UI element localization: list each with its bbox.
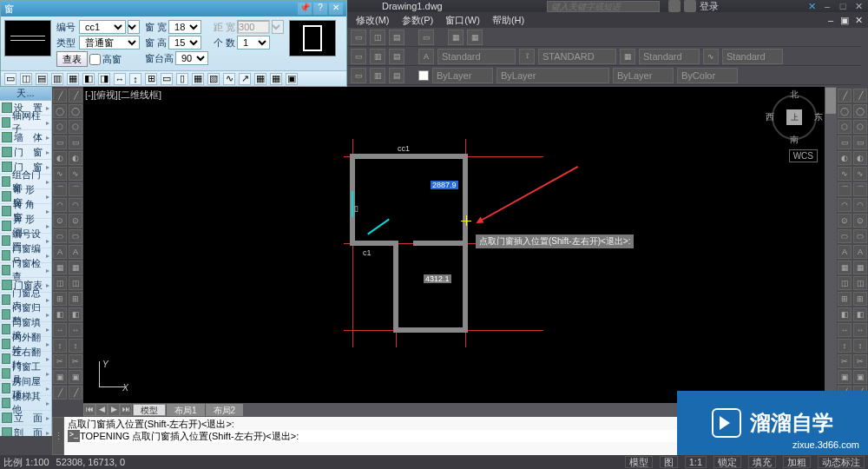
plotstyle-select[interactable]: ByColor — [677, 68, 738, 83]
dialog-close-button[interactable]: ✕ — [329, 3, 343, 15]
vs1-btn-16[interactable]: ↕ — [53, 339, 67, 353]
status-coords[interactable]: 52308, 16713, 0 — [56, 457, 126, 467]
vs1-btn-13[interactable]: ⊞ — [53, 292, 67, 306]
vs3-btn-15[interactable]: ↔ — [853, 323, 867, 337]
vs4-btn-3[interactable]: ▭ — [838, 135, 852, 149]
sill-height-select[interactable]: 900 — [175, 51, 208, 65]
compass-e[interactable]: 东 — [814, 111, 823, 123]
rbtn-a3[interactable]: ▤ — [389, 30, 404, 45]
toolbox-item-1[interactable]: 轴网柱子▸ — [0, 116, 51, 130]
vs1-btn-12[interactable]: ◫ — [53, 276, 67, 290]
status-bold[interactable]: 加粗 — [783, 456, 811, 468]
tab-nav-last[interactable]: ⏭ — [120, 404, 132, 416]
login-label[interactable]: 登录 — [700, 0, 719, 13]
rbtn-c3[interactable]: ▤ — [389, 68, 404, 83]
close-button[interactable]: ✕ — [852, 1, 865, 11]
linetype-select[interactable]: ByLayer — [496, 68, 609, 83]
help-icon[interactable]: ? — [313, 3, 327, 15]
viewcube-top[interactable]: 上 — [786, 109, 802, 125]
vs1-btn-9[interactable]: ⬭ — [53, 229, 67, 243]
vs2-btn-18[interactable]: ▣ — [69, 370, 82, 384]
vs2-btn-15[interactable]: ↔ — [69, 323, 82, 337]
rbtn-b1[interactable]: ▭ — [351, 49, 366, 64]
tool-8[interactable]: ↔ — [114, 73, 126, 85]
vs3-btn-9[interactable]: ⬭ — [853, 229, 867, 243]
vs4-btn-14[interactable]: ◧ — [838, 307, 852, 321]
menu-window[interactable]: 窗口(W) — [445, 14, 480, 27]
login-area[interactable]: 登录 — [668, 0, 719, 13]
pin-icon[interactable]: 📌 — [298, 3, 312, 15]
vs1-btn-1[interactable]: ◯ — [53, 104, 67, 118]
tool-10[interactable]: ⊞ — [145, 73, 157, 85]
vs4-btn-7[interactable]: ◠ — [838, 198, 852, 212]
vs4-btn-12[interactable]: ◫ — [838, 276, 852, 290]
status-model[interactable]: 模型 — [625, 456, 653, 468]
compass-w[interactable]: 西 — [766, 111, 774, 123]
vs3-btn-3[interactable]: ▭ — [853, 135, 867, 149]
vs4-btn-18[interactable]: ▣ — [838, 370, 852, 384]
bylayer1-select[interactable]: ByLayer — [432, 68, 493, 83]
compass-n[interactable]: 北 — [790, 89, 799, 101]
tool-19[interactable]: ▣ — [286, 73, 298, 85]
tab-model[interactable]: 模型 — [133, 404, 166, 416]
vertical-scrollbar[interactable] — [825, 87, 837, 403]
vs1-btn-11[interactable]: ▦ — [53, 261, 67, 274]
lineweight-select[interactable]: ByLayer — [613, 68, 674, 83]
tab-nav-prev[interactable]: ◀ — [95, 404, 108, 416]
toolbox-item-11[interactable]: 门窗检查▸ — [0, 263, 51, 278]
tab-layout1[interactable]: 布局1 — [167, 404, 205, 416]
vs1-btn-15[interactable]: ↔ — [53, 323, 67, 337]
minimize-button[interactable]: – — [821, 1, 833, 11]
color-swatch[interactable] — [418, 70, 429, 81]
compass-s[interactable]: 南 — [790, 134, 799, 146]
vs4-btn-1[interactable]: ◯ — [838, 104, 852, 118]
vs3-btn-11[interactable]: ▦ — [853, 261, 867, 274]
vs2-btn-5[interactable]: ∿ — [69, 167, 82, 181]
tab-nav-next[interactable]: ▶ — [108, 404, 120, 416]
toolbox-header[interactable]: 天... — [0, 87, 51, 101]
status-grid-icon[interactable]: 图 — [660, 456, 678, 468]
vs4-btn-10[interactable]: A — [838, 245, 852, 259]
height-select[interactable]: 1500 — [168, 36, 201, 50]
status-lock[interactable]: 锁定 — [713, 456, 741, 468]
preview-right[interactable] — [289, 20, 336, 56]
vs4-btn-5[interactable]: ∿ — [838, 167, 852, 181]
rbtn-b2[interactable]: ▥ — [370, 49, 385, 64]
vs1-btn-19[interactable]: ╱ — [53, 386, 67, 400]
dialog-title-bar[interactable]: 窗 📌 ? ✕ — [1, 1, 346, 17]
vs2-btn-16[interactable]: ↕ — [69, 339, 82, 353]
rbtn-c1[interactable]: ▭ — [351, 68, 366, 83]
tablestyle-select[interactable]: Standard — [639, 49, 700, 64]
vs3-btn-2[interactable]: ⬡ — [853, 120, 867, 134]
vs2-btn-7[interactable]: ◠ — [69, 198, 82, 212]
vs4-btn-17[interactable]: ✂ — [838, 354, 852, 368]
tool-17[interactable]: ▦ — [254, 73, 266, 85]
command-handle[interactable]: ⋮ — [52, 417, 64, 455]
vs4-btn-4[interactable]: ◐ — [838, 151, 852, 165]
vs4-btn-8[interactable]: ⊙ — [838, 214, 852, 228]
rbtn-c2[interactable]: ▥ — [370, 68, 385, 83]
status-fill[interactable]: 填充 — [748, 456, 776, 468]
vs4-btn-9[interactable]: ⬭ — [838, 229, 852, 243]
tool-14[interactable]: ▧ — [207, 73, 220, 85]
vs2-btn-10[interactable]: A — [69, 245, 82, 259]
lookup-button[interactable]: 查表 — [56, 51, 88, 67]
vs2-btn-9[interactable]: ⬭ — [69, 229, 82, 243]
mlstyle-icon[interactable]: ∿ — [703, 49, 719, 64]
type-select[interactable]: 普通窗 — [79, 36, 140, 50]
tool-insert-free[interactable]: ▯ — [176, 73, 188, 85]
status-scale[interactable]: 比例 1:100 — [3, 456, 49, 469]
vs2-btn-12[interactable]: ◫ — [69, 276, 82, 290]
view-cube[interactable]: 上 北 南 东 西 — [769, 92, 819, 142]
rbtn-a5[interactable]: ▦ — [448, 30, 464, 45]
vs1-btn-3[interactable]: ▭ — [53, 135, 67, 149]
vs3-btn-10[interactable]: A — [853, 245, 867, 259]
doc-close-button[interactable]: ✕ — [852, 15, 865, 26]
ucs-icon[interactable]: YX — [90, 361, 125, 396]
vs2-btn-8[interactable]: ⊙ — [69, 214, 82, 228]
vs3-btn-0[interactable]: ╱ — [853, 89, 867, 102]
user-icon[interactable] — [684, 0, 696, 12]
vs2-btn-11[interactable]: ▦ — [69, 261, 82, 274]
vs4-btn-13[interactable]: ⊞ — [838, 292, 852, 306]
tool-9[interactable]: ↕ — [129, 73, 141, 85]
